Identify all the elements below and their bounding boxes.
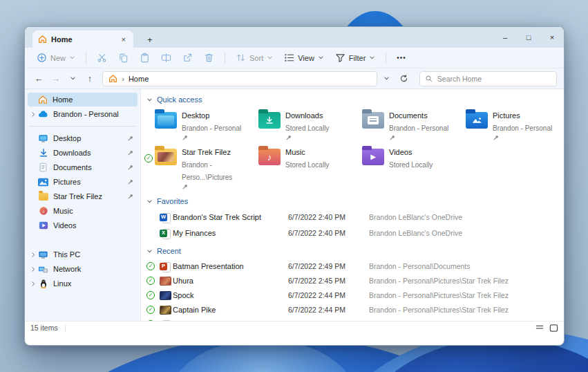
more-button[interactable]: ••• [392, 55, 411, 61]
sidebar-item-linux[interactable]: Linux [28, 277, 137, 290]
quick-access-tile-desktop[interactable]: DesktopBrandon - Personal [146, 108, 250, 141]
sidebar-item-documents[interactable]: Documents [28, 160, 137, 174]
pin-icon [182, 183, 189, 190]
sidebar-item-label: Pictures [53, 178, 81, 186]
copy-button[interactable] [113, 50, 133, 66]
cut-button[interactable] [92, 50, 112, 66]
refresh-button[interactable] [397, 71, 411, 86]
delete-button[interactable] [199, 50, 219, 66]
sidebar-item-downloads[interactable]: Downloads [28, 146, 137, 160]
quick-access-tile-downloads[interactable]: DownloadsStored Locally [250, 108, 354, 141]
file-date-modified: 6/7/2022 2:44 PM [288, 306, 369, 314]
back-button[interactable]: ← [32, 71, 46, 86]
sidebar-item-network[interactable]: Network [28, 262, 137, 276]
section-header-recent[interactable]: Recent [146, 245, 564, 257]
section-header-favorites[interactable]: Favorites [146, 195, 564, 207]
toolbar-divider [386, 53, 386, 64]
sync-status-icon: ✓ [146, 291, 155, 299]
file-row-brandon-s-star-trek-script[interactable]: ✓WBrandon's Star Trek Script4/5/2022 12:… [146, 317, 564, 321]
tab-close-icon[interactable]: × [120, 35, 128, 44]
sidebar-item-brandon-personal[interactable]: Brandon - Personal [28, 107, 137, 121]
close-button[interactable]: × [540, 27, 564, 48]
sidebar-item-desktop[interactable]: Desktop [28, 131, 137, 145]
sort-button[interactable]: Sort [231, 50, 278, 66]
forward-button[interactable]: → [49, 71, 64, 86]
file-date-modified: 6/7/2022 2:44 PM [288, 291, 369, 299]
breadcrumb-item-home[interactable]: Home [129, 75, 149, 83]
quick-access-tile-star-trek-filez[interactable]: ✓Star Trek FilezBrandon - Perso...\Pictu… [146, 145, 250, 190]
file-row-batman-presentation[interactable]: ✓PBatman Presentation6/7/2022 2:49 PMBra… [146, 259, 564, 273]
pictures-folder-icon [466, 112, 488, 129]
new-button[interactable]: New [32, 50, 80, 66]
chevron-down-icon [146, 248, 153, 254]
file-name: Captain Pike [173, 306, 288, 314]
expand-chevron-icon[interactable] [29, 252, 38, 258]
view-button[interactable]: View [279, 50, 329, 66]
filter-button[interactable]: Filter [330, 50, 380, 66]
file-row-uhura[interactable]: ✓Uhura6/7/2022 2:45 PMBrandon - Personal… [146, 274, 564, 288]
paste-button[interactable] [135, 50, 155, 66]
quick-access-tile-pictures[interactable]: PicturesBrandon - Personal [457, 108, 561, 141]
file-location: Brandon - Personal\Pictures\Star Trek Fi… [369, 291, 564, 299]
file-location: Brandon - Personal\Documents [369, 262, 564, 270]
sync-status-icon: ✓ [146, 277, 155, 285]
file-row-brandon-s-star-trek-script[interactable]: WBrandon's Star Trek Script6/7/2022 2:40… [146, 210, 564, 225]
rename-button[interactable] [156, 50, 176, 66]
file-date-modified: 6/7/2022 2:40 PM [288, 213, 369, 221]
breadcrumb-separator: › [122, 75, 124, 83]
star-trek-folder-icon [155, 149, 177, 165]
photo-thumbnail [160, 277, 171, 286]
quick-access-tile-music[interactable]: ♪MusicStored Locally [250, 145, 354, 190]
chevron-down-icon [146, 97, 153, 103]
quick-access-grid: DesktopBrandon - PersonalDownloadsStored… [146, 108, 564, 190]
file-name: Spock [173, 291, 288, 299]
network-icon [38, 264, 48, 275]
file-date-modified: 4/5/2022 12:39 PM [288, 320, 369, 321]
section-header-quick-access[interactable]: Quick access [146, 93, 564, 106]
up-button[interactable]: ↑ [83, 71, 97, 86]
cut-icon [97, 53, 107, 63]
item-count: 15 items [30, 324, 58, 332]
expand-chevron-icon[interactable] [29, 111, 38, 118]
expand-chevron-icon[interactable] [29, 281, 38, 287]
new-tab-button[interactable]: + [143, 35, 157, 48]
sidebar-item-label: Star Trek Filez [53, 192, 102, 201]
chevron-down-icon [69, 55, 75, 61]
breadcrumb[interactable]: › Home [102, 71, 377, 86]
powerpoint-file-icon: P [160, 261, 171, 272]
quick-access-tile-videos[interactable]: ▶VideosStored Locally [354, 145, 457, 190]
sidebar-item-star-trek-filez[interactable]: Star Trek Filez [28, 189, 137, 203]
search-input[interactable] [437, 75, 551, 83]
quick-access-tile-documents[interactable]: DocumentsBrandon - Personal [354, 108, 457, 141]
tile-location: Brandon - Personal [389, 124, 448, 132]
downloads-folder-icon [258, 112, 281, 129]
file-row-captain-pike[interactable]: ✓Captain Pike6/7/2022 2:44 PMBrandon - P… [146, 303, 564, 317]
file-row-my-finances[interactable]: XMy Finances6/7/2022 2:40 PMBrandon LeBl… [146, 225, 564, 241]
maximize-button[interactable]: □ [517, 27, 540, 48]
details-view-icon[interactable] [535, 324, 544, 332]
pin-icon [127, 164, 134, 171]
recent-locations-button[interactable] [66, 71, 80, 86]
thumbnail-view-icon[interactable] [549, 324, 558, 333]
tab-home[interactable]: Home × [32, 30, 133, 48]
desktop-icon [38, 133, 48, 144]
file-row-spock[interactable]: ✓Spock6/7/2022 2:44 PMBrandon - Personal… [146, 288, 564, 302]
address-dropdown-button[interactable] [380, 71, 395, 86]
sidebar-item-label: Downloads [53, 149, 91, 157]
expand-chevron-icon[interactable] [29, 266, 38, 272]
sidebar-item-videos[interactable]: Videos [28, 218, 137, 232]
sidebar-item-home[interactable]: Home [28, 93, 137, 106]
sidebar-item-pictures[interactable]: Pictures [28, 175, 137, 189]
sidebar-item-this-pc[interactable]: This PC [28, 248, 137, 261]
file-name: My Finances [173, 229, 288, 237]
minimize-button[interactable]: – [493, 27, 517, 48]
sidebar-item-label: Brandon - Personal [53, 110, 119, 118]
videos-folder-icon: ▶ [362, 149, 384, 165]
sidebar-item-music[interactable]: ♪Music [28, 204, 137, 218]
word-file-icon: W [160, 212, 171, 223]
view-icon [284, 53, 294, 63]
sidebar-item-label: Network [53, 265, 81, 273]
share-button[interactable] [178, 50, 198, 66]
excel-file-icon: X [160, 228, 171, 239]
pin-icon [127, 178, 134, 185]
